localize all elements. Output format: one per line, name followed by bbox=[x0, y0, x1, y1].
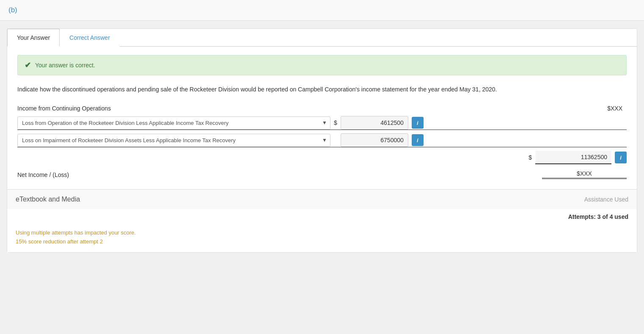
income-continuing-label: Income from Continuing Operations bbox=[17, 105, 111, 112]
tabs-container: Your Answer Correct Answer bbox=[7, 29, 637, 47]
warning-line-1: Using multiple attempts has impacted you… bbox=[16, 229, 628, 237]
input-row-2: Loss on Impairment of Rocketeer Division… bbox=[17, 133, 627, 147]
amount-input-2[interactable] bbox=[341, 133, 408, 147]
etextbook-label: eTextbook and Media bbox=[16, 196, 80, 203]
dollar-sign-1: $ bbox=[334, 119, 337, 126]
question-text: Indicate how the discontinued operations… bbox=[17, 85, 627, 94]
warning-line-2: 15% score reduction after attempt 2 bbox=[16, 237, 628, 246]
dropdown-2[interactable]: Loss on Impairment of Rocketeer Division… bbox=[17, 134, 330, 147]
attempts-section: Attempts: 3 of 4 used bbox=[7, 209, 637, 224]
info-button-1[interactable]: i bbox=[412, 117, 424, 129]
success-message: Your answer is correct. bbox=[35, 62, 95, 69]
total-input[interactable] bbox=[535, 151, 611, 164]
income-continuing-row: Income from Continuing Operations $XXX bbox=[17, 105, 627, 112]
dropdown-1-wrapper: Loss from Operation of the Rocketeer Div… bbox=[17, 116, 330, 130]
total-row: $ i bbox=[17, 151, 627, 164]
info-button-2[interactable]: i bbox=[412, 134, 424, 146]
dropdown-rows: Loss from Operation of the Rocketeer Div… bbox=[17, 116, 627, 147]
tab-correct-answer[interactable]: Correct Answer bbox=[60, 29, 120, 47]
amount-input-1[interactable] bbox=[341, 116, 408, 130]
dropdown-2-wrapper: Loss on Impairment of Rocketeer Division… bbox=[17, 134, 330, 147]
total-dollar-sign: $ bbox=[528, 154, 532, 161]
attempts-text: Attempts: 3 of 4 used bbox=[568, 213, 628, 220]
outer-container: (b) Your Answer Correct Answer ✔ Your an… bbox=[0, 0, 644, 253]
net-income-value: $XXX bbox=[542, 170, 627, 179]
checkmark-icon: ✔ bbox=[25, 61, 31, 70]
section-label: (b) bbox=[8, 6, 17, 14]
main-card: Your Answer Correct Answer ✔ Your answer… bbox=[7, 28, 637, 253]
net-income-row: Net Income / (Loss) $XXX bbox=[17, 170, 627, 181]
info-button-total[interactable]: i bbox=[615, 152, 627, 163]
input-row-1: Loss from Operation of the Rocketeer Div… bbox=[17, 116, 627, 130]
warning-section: Using multiple attempts has impacted you… bbox=[7, 224, 637, 252]
tab-your-answer[interactable]: Your Answer bbox=[7, 29, 60, 47]
assistance-used: Assistance Used bbox=[584, 196, 628, 203]
net-income-label: Net Income / (Loss) bbox=[17, 171, 69, 178]
dropdown-1[interactable]: Loss from Operation of the Rocketeer Div… bbox=[17, 116, 330, 130]
success-banner: ✔ Your answer is correct. bbox=[17, 55, 627, 75]
footer-section: eTextbook and Media Assistance Used bbox=[7, 189, 637, 209]
card-body: ✔ Your answer is correct. Indicate how t… bbox=[7, 47, 637, 189]
income-continuing-value: $XXX bbox=[607, 105, 622, 112]
section-header: (b) bbox=[0, 0, 644, 21]
